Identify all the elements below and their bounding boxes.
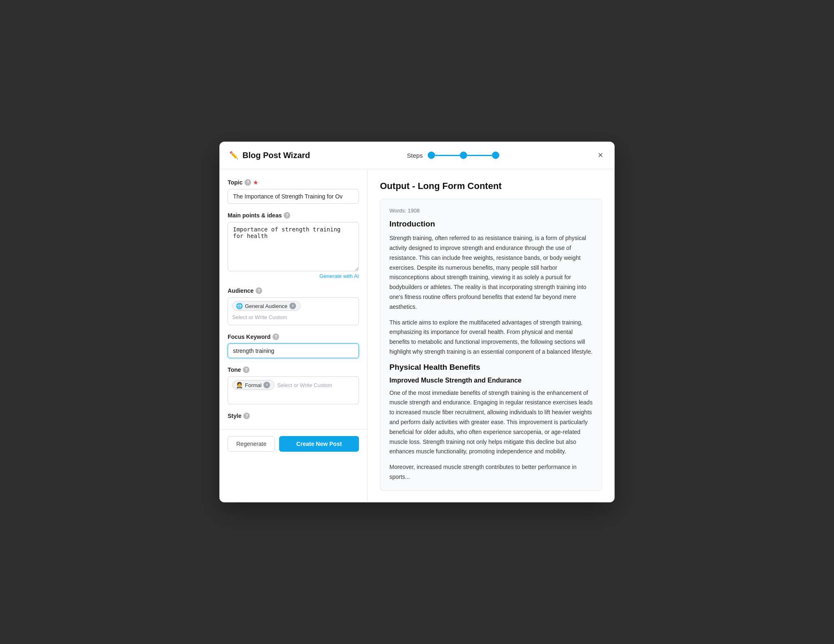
formal-icon: 🤵 (236, 382, 243, 388)
tone-chip-remove[interactable]: × (263, 382, 270, 388)
style-label: Style ? (228, 413, 359, 419)
modal-header: ✏️ Blog Post Wizard Steps × (219, 142, 615, 169)
audience-label: Audience ? (228, 287, 359, 294)
left-panel-wrapper: Topic ? ★ Main points & ideas ? Importan… (219, 169, 368, 502)
output-title: Output - Long Form Content (380, 181, 602, 191)
tone-label: Tone ? (228, 366, 359, 373)
content-section-item: Introduction (389, 219, 593, 229)
content-section-item: One of the most immediate benefits of st… (389, 388, 593, 457)
footer-buttons: Regenerate Create New Post (219, 429, 367, 458)
tone-chip-label: Formal (245, 382, 261, 388)
content-section-item: Physical Health Benefits (389, 363, 593, 372)
generate-ai-link[interactable]: Generate with AI (228, 273, 359, 279)
steps-track (428, 152, 499, 159)
steps-label: Steps (407, 152, 423, 159)
audience-tag-box[interactable]: 🌐 General Audience × Select or Write Cus… (228, 297, 359, 325)
globe-icon: 🌐 (236, 303, 243, 309)
audience-chip: 🌐 General Audience × (232, 301, 301, 311)
modal-backdrop: ✏️ Blog Post Wizard Steps × (0, 0, 834, 644)
topic-help-icon[interactable]: ? (245, 179, 251, 186)
steps-group: Steps (407, 152, 499, 159)
tone-field-group: Tone ? 🤵 Formal × Select or Write Custom (228, 366, 359, 404)
audience-help-icon[interactable]: ? (256, 287, 262, 294)
modal-title: Blog Post Wizard (242, 151, 310, 160)
audience-field-group: Audience ? 🌐 General Audience × (228, 287, 359, 325)
main-points-label: Main points & ideas ? (228, 212, 359, 219)
step-line-2 (467, 155, 492, 156)
main-points-field-group: Main points & ideas ? Importance of stre… (228, 212, 359, 279)
close-button[interactable]: × (596, 149, 605, 161)
topic-required-star: ★ (253, 180, 258, 186)
content-section-item: Moreover, increased muscle strength cont… (389, 462, 593, 482)
topic-input[interactable] (228, 189, 359, 204)
step-2-dot (460, 152, 467, 159)
tone-tag-box[interactable]: 🤵 Formal × Select or Write Custom (228, 376, 359, 404)
style-field-group: Style ? (228, 413, 359, 419)
step-1-dot (428, 152, 435, 159)
audience-chip-label: General Audience (245, 303, 287, 309)
regenerate-button[interactable]: Regenerate (228, 436, 275, 452)
tone-placeholder: Select or Write Custom (277, 381, 332, 389)
content-section-item: This article aims to explore the multifa… (389, 318, 593, 357)
topic-field-group: Topic ? ★ (228, 179, 359, 204)
content-section-item: Strength training, often referred to as … (389, 233, 593, 312)
step-line-1 (435, 155, 460, 156)
focus-keyword-label: Focus Keyword ? (228, 334, 359, 340)
main-points-help-icon[interactable]: ? (284, 212, 290, 219)
right-panel: Output - Long Form Content Words: 1908 I… (368, 169, 615, 502)
blog-post-wizard-modal: ✏️ Blog Post Wizard Steps × (219, 142, 615, 502)
tone-help-icon[interactable]: ? (243, 366, 249, 373)
style-help-icon[interactable]: ? (243, 413, 250, 419)
create-new-post-button[interactable]: Create New Post (279, 436, 359, 452)
focus-keyword-input[interactable] (228, 343, 359, 358)
tone-chip: 🤵 Formal × (232, 380, 275, 390)
focus-keyword-field-group: Focus Keyword ? (228, 334, 359, 358)
focus-keyword-help-icon[interactable]: ? (273, 334, 279, 340)
word-count: Words: 1908 (389, 208, 593, 214)
main-points-textarea[interactable]: Importance of strength training for heal… (228, 222, 359, 271)
audience-chip-remove[interactable]: × (289, 303, 296, 309)
modal-body: Topic ? ★ Main points & ideas ? Importan… (219, 169, 615, 502)
content-card: Words: 1908 IntroductionStrength trainin… (380, 199, 602, 491)
topic-label: Topic ? ★ (228, 179, 359, 186)
audience-placeholder: Select or Write Custom (232, 313, 354, 321)
audience-tag-row: 🌐 General Audience × (232, 301, 354, 311)
content-sections: IntroductionStrength training, often ref… (389, 219, 593, 482)
left-panel: Topic ? ★ Main points & ideas ? Importan… (219, 169, 368, 429)
pencil-icon: ✏️ (229, 151, 238, 160)
tone-tag-row: 🤵 Formal × Select or Write Custom (232, 380, 354, 390)
step-3-dot (492, 152, 499, 159)
title-group: ✏️ Blog Post Wizard (229, 151, 310, 160)
content-section-item: Improved Muscle Strength and Endurance (389, 377, 593, 384)
